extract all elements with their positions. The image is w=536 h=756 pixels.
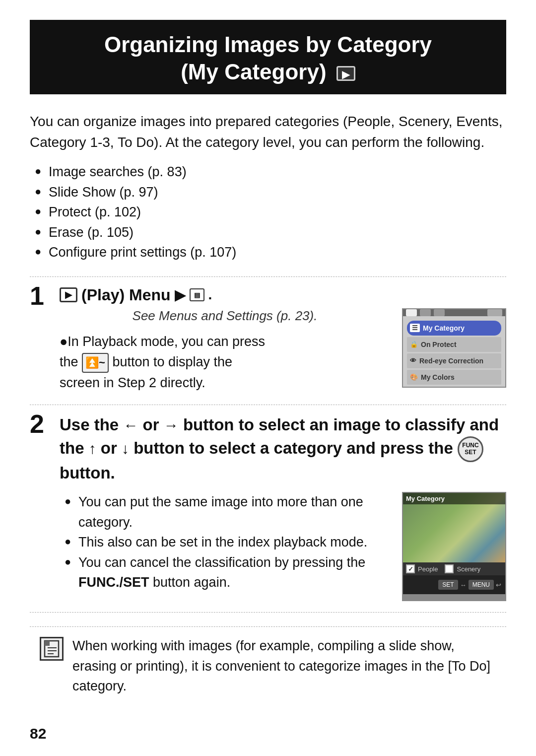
step-1-content: ▶ (Play) Menu ▶ ▤ . See Menus and Settin… [60, 286, 506, 394]
page-number: 82 [30, 725, 506, 742]
screen2-checkboxes: ✓ People Scenery [403, 562, 505, 575]
icon-redeye: 👁 [410, 357, 416, 364]
step-2-number: 2 [30, 411, 60, 437]
step-2-content: Use the ← or → button to select an image… [60, 414, 506, 601]
step-1-text: See Menus and Settings (p. 23). ●In Play… [60, 308, 390, 394]
screen-preview-1: ☰ My Category 🔒 On Protect 👁 Red-eye Cor… [402, 308, 506, 388]
menu-icon: ▤ [190, 288, 204, 301]
divider-2 [30, 405, 506, 405]
screen-row-protect: 🔒 On Protect [407, 337, 501, 352]
screen-row-active: ☰ My Category [407, 321, 501, 336]
screen-top-bar [403, 309, 505, 316]
screen-row-mycolors: 🎨 My Colors [407, 370, 501, 385]
camera-btn-icon: ⏫~ [82, 353, 109, 373]
icon-mycolors: 🎨 [410, 373, 418, 381]
step-2-bullets: You can put the same image into more tha… [60, 492, 390, 593]
screen-preview-2: My Category ✓ People Scenery SET ↔ MENU … [402, 492, 506, 601]
category-label-1: People [418, 565, 438, 573]
step2-bullet-3: You can cancel the classification by pre… [65, 552, 390, 593]
divider-1 [30, 276, 506, 277]
step-1-body: See Menus and Settings (p. 23). ●In Play… [60, 308, 506, 394]
step-1-block: 1 ▶ (Play) Menu ▶ ▤ . See Menus and Sett… [30, 286, 506, 399]
arrow-up-sym: ↑ [89, 440, 96, 456]
step2-bullet-2: This also can be set in the index playba… [65, 532, 390, 552]
checkbox-2 [445, 564, 454, 573]
step-2-text: You can put the same image into more tha… [60, 492, 390, 593]
step2-bullet-1: You can put the same image into more tha… [65, 492, 390, 532]
screen-menu: ☰ My Category 🔒 On Protect 👁 Red-eye Cor… [403, 316, 505, 388]
intro-text: You can organize images into prepared ca… [30, 111, 506, 153]
checkbox-1: ✓ [406, 564, 415, 573]
note-text: When working with images (for example, c… [72, 636, 496, 696]
list-item: Configure print settings (p. 107) [35, 242, 506, 263]
feature-list: Image searches (p. 83) Slide Show (p. 97… [30, 162, 506, 263]
arrow-right-sym: → [164, 417, 179, 433]
arrow-left-sym: ← [123, 417, 138, 433]
page-title: Organizing Images by Category (My Catego… [30, 20, 506, 94]
step-2-header: 2 Use the ← or → button to select an ima… [30, 414, 506, 601]
step-1-number: 1 [30, 283, 60, 309]
step-1-header: 1 ▶ (Play) Menu ▶ ▤ . See Menus and Sett… [30, 286, 506, 394]
category-label-2: Scenery [457, 565, 480, 573]
icon-my-cat: ☰ [410, 324, 420, 332]
list-item: Slide Show (p. 97) [35, 182, 506, 203]
screen-row-redeye: 👁 Red-eye Correction [407, 353, 501, 368]
screen2-overlay: My Category [403, 493, 505, 504]
note-icon [40, 637, 64, 661]
note-box: When working with images (for example, c… [30, 626, 506, 705]
step-2-title: Use the ← or → button to select an image… [60, 414, 506, 484]
screen2-bottom-bar: SET ↔ MENU ↩ [403, 575, 505, 594]
screen2-menu-btn: MENU [469, 580, 494, 590]
step-1-title: ▶ (Play) Menu ▶ ▤ . [60, 286, 506, 304]
list-item: Erase (p. 105) [35, 222, 506, 243]
screen2-photo: My Category [403, 493, 505, 562]
see-note: See Menus and Settings (p. 23). [60, 308, 390, 324]
play-icon: ▶ [336, 66, 355, 81]
list-item: Image searches (p. 83) [35, 162, 506, 182]
note-svg-icon [43, 640, 61, 658]
list-item: Protect (p. 102) [35, 202, 506, 222]
screen2-separator: ↔ [460, 581, 467, 589]
play-box-icon: ▶ [60, 287, 77, 302]
step-2-body: You can put the same image into more tha… [60, 492, 506, 601]
icon-protect: 🔒 [410, 341, 418, 348]
step-2-block: 2 Use the ← or → button to select an ima… [30, 414, 506, 606]
arrow-down-sym: ↓ [122, 440, 129, 456]
svg-rect-1 [45, 641, 50, 646]
func-set-button: FUNCSET [458, 436, 483, 462]
divider-3 [30, 612, 506, 613]
screen2-label: My Category [406, 495, 445, 502]
screen2-set-btn: SET [438, 580, 458, 590]
step-1-desc: ●In Playback mode, you can press the ⏫~ … [60, 332, 390, 394]
screen2-arrow: ↩ [496, 581, 501, 589]
